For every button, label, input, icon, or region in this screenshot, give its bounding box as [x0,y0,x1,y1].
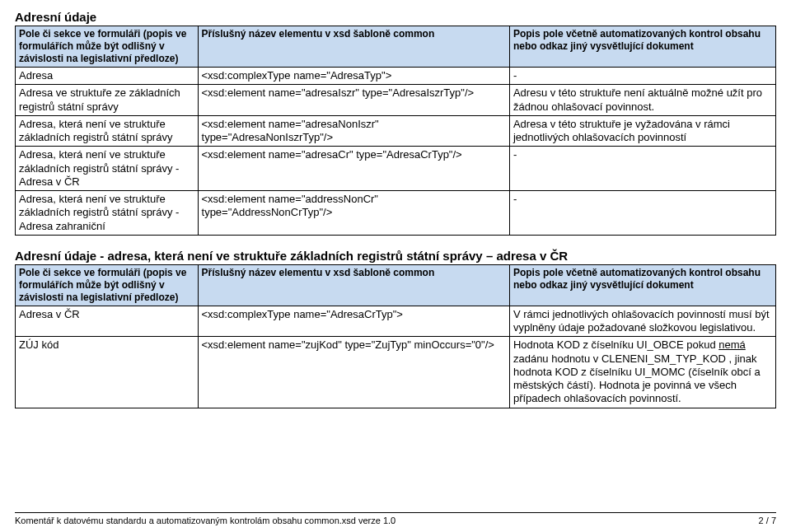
col-header: Popis pole včetně automatizovaných kontr… [509,26,775,68]
col-header: Pole či sekce ve formuláři (popis ve for… [16,26,199,68]
table-row: ZÚJ kód <xsd:element name="zujKod" type=… [16,337,776,408]
col-header: Příslušný název elementu v xsd šabloně c… [198,26,509,68]
section1-table: Pole či sekce ve formuláři (popis ve for… [15,26,776,236]
section2-title: Adresní údaje - adresa, která není ve st… [15,249,776,263]
table-row: Adresa v ČR <xsd:complexType name="Adres… [16,306,776,337]
cell: <xsd:element name="adresaCr" type="Adres… [198,147,509,191]
col-header: Příslušný název elementu v xsd šabloně c… [198,264,509,306]
cell: Adresa, která není ve struktuře základní… [16,115,199,147]
spacer [15,236,776,247]
cell: <xsd:element name="adresaNonIszr" type="… [198,115,509,147]
text: Hodnota KOD z číselníku UI_OBCE pokud [513,338,718,351]
cell: - [509,191,775,236]
section2-table: Pole či sekce ve formuláři (popis ve for… [15,264,776,408]
table-row: Adresa, která není ve struktuře základní… [16,191,776,236]
cell: Adresa v této struktuře je vyžadována v … [509,115,775,147]
cell: <xsd:complexType name="AdresaTyp"> [198,68,509,85]
table-row: Adresa <xsd:complexType name="AdresaTyp"… [16,68,776,85]
underlined-text: nemá [718,338,746,351]
col-header: Pole či sekce ve formuláři (popis ve for… [16,264,199,306]
table-row: Adresa, která není ve struktuře základní… [16,115,776,147]
table-header-row: Pole či sekce ve formuláři (popis ve for… [16,264,776,306]
page: Adresní údaje Pole či sekce ve formuláři… [0,0,791,532]
footer-right: 2 / 7 [759,516,776,525]
cell: Hodnota KOD z číselníku UI_OBCE pokud ne… [509,337,775,408]
footer: Komentář k datovému standardu a automati… [15,512,776,525]
text: zadánu hodnotu v CLENENI_SM_TYP_KOD , ji… [513,352,761,405]
cell: - [509,147,775,191]
cell: Adresu v této struktuře není aktuálně mo… [509,85,775,116]
cell: Adresa, která není ve struktuře základní… [16,147,199,191]
col-header: Popis pole včetně automatizovaných kontr… [509,264,775,306]
cell: <xsd:element name="zujKod" type="ZujTyp"… [198,337,509,408]
cell: V rámci jednotlivých ohlašovacích povinn… [509,306,775,337]
footer-left: Komentář k datovému standardu a automati… [15,516,396,525]
cell: - [509,68,775,85]
content: Adresní údaje Pole či sekce ve formuláři… [15,8,776,491]
cell: <xsd:element name="adresaIszr" type="Adr… [198,85,509,116]
cell: <xsd:complexType name="AdresaCrTyp"> [198,306,509,337]
cell: Adresa [16,68,199,85]
cell: Adresa ve struktuře ze základních regist… [16,85,199,116]
table-header-row: Pole či sekce ve formuláři (popis ve for… [16,26,776,68]
cell: Adresa, která není ve struktuře základní… [16,191,199,236]
cell: ZÚJ kód [16,337,199,408]
section1-title: Adresní údaje [15,10,776,24]
table-row: Adresa ve struktuře ze základních regist… [16,85,776,116]
cell: Adresa v ČR [16,306,199,337]
cell: <xsd:element name="addressNonCr" type="A… [198,191,509,236]
table-row: Adresa, která není ve struktuře základní… [16,147,776,191]
